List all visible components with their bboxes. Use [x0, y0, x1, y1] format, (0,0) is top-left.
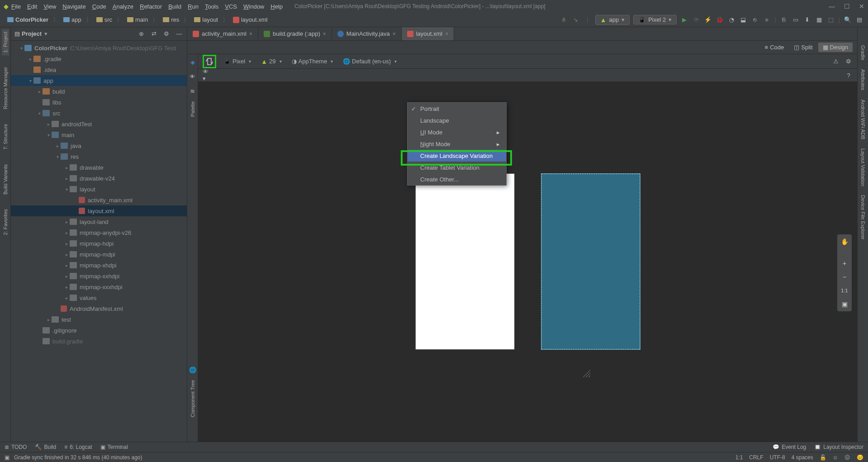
resource-manager-icon[interactable]: ▦ — [815, 16, 823, 24]
tree-node[interactable]: build.gradle — [11, 336, 187, 347]
indent[interactable]: 4 spaces — [792, 454, 813, 461]
close-tab-icon[interactable]: × — [445, 31, 448, 37]
settings-icon[interactable]: ⚙ — [162, 30, 171, 38]
expand-icon[interactable]: ▸ — [63, 176, 70, 181]
design-view-button[interactable]: ▦ Design — [818, 43, 853, 52]
menu-tools[interactable]: Tools — [202, 2, 221, 11]
menu-window[interactable]: Window — [241, 2, 267, 11]
expand-icon[interactable]: ▾ — [54, 154, 61, 159]
eye-icon[interactable]: 👁 ▾ — [203, 71, 211, 79]
tree-node[interactable]: AndroidManifest.xml — [11, 303, 187, 314]
breadcrumb-item[interactable]: layout.xml — [230, 15, 270, 24]
expand-icon[interactable]: ▸ — [63, 285, 70, 290]
tree-node[interactable]: ▸layout-land — [11, 216, 187, 227]
tree-node[interactable]: libs — [11, 97, 187, 108]
tree-node[interactable]: ▸test — [11, 314, 187, 325]
stop-icon[interactable]: ■ — [763, 16, 771, 24]
menu-run[interactable]: Run — [185, 2, 201, 11]
menu-item[interactable]: ✓Portrait — [408, 103, 506, 114]
palette-tab[interactable]: Palette — [190, 101, 195, 117]
menu-view[interactable]: View — [41, 2, 59, 11]
memory-icon[interactable]: ☺ — [833, 454, 838, 461]
tree-node[interactable]: ▾src — [11, 108, 187, 119]
tree-node[interactable]: activity_main.xml — [11, 195, 187, 205]
tree-node[interactable]: ▸java — [11, 140, 187, 151]
breadcrumb-item[interactable]: res — [160, 15, 182, 24]
warnings-icon[interactable]: ⚠ — [832, 57, 840, 66]
todo-tab[interactable]: ≣TODO — [5, 444, 27, 450]
expand-icon[interactable]: ▸ — [63, 263, 70, 268]
build-variants-tab[interactable]: Build Variants — [2, 162, 9, 197]
tree-node[interactable]: ▾layout — [11, 184, 187, 195]
locale-selector[interactable]: 🌐 Default (en-us) — [340, 57, 399, 66]
expand-icon[interactable]: ▸ — [27, 57, 33, 62]
ide-errors-icon[interactable]: ☹ — [844, 454, 850, 461]
editor-tab[interactable]: layout.xml× — [402, 27, 455, 40]
expand-icon[interactable]: ▸ — [63, 295, 70, 300]
breadcrumb-item[interactable]: src — [94, 15, 115, 24]
maximize-button[interactable]: ☐ — [844, 3, 850, 10]
editor-tab[interactable]: build.gradle (:app)× — [258, 27, 332, 40]
editor-tab[interactable]: MainActivity.java× — [332, 27, 402, 40]
terminal-tab[interactable]: ▣Terminal — [100, 444, 128, 450]
tree-node[interactable]: ▸drawable-v24 — [11, 173, 187, 184]
menu-build[interactable]: Build — [166, 2, 184, 11]
menu-item[interactable]: UI Mode▸ — [408, 126, 506, 138]
caret-position[interactable]: 1:1 — [735, 454, 743, 461]
zoom-out-button[interactable]: − — [839, 271, 850, 282]
pan-button[interactable]: ✋ — [839, 236, 850, 247]
layout-validation-tab[interactable]: Layout Validation — [860, 148, 866, 186]
gradle-tab[interactable]: Gradle — [860, 45, 866, 60]
logcat-tab[interactable]: ≡6: Logcat — [64, 444, 92, 450]
menu-vcs[interactable]: VCS — [222, 2, 240, 11]
design-preview[interactable] — [416, 174, 514, 349]
tree-node[interactable]: ▸mipmap-xxxhdpi — [11, 281, 187, 292]
attributes-tab[interactable]: Attributes — [860, 69, 866, 90]
tree-node[interactable]: layout.xml — [11, 205, 187, 216]
search-everywhere-icon[interactable]: 🔍 — [844, 16, 852, 24]
structure-tool-tab[interactable]: 7: Structure — [2, 121, 9, 152]
tool-windows-icon[interactable]: ▣ — [5, 454, 9, 461]
wifi-adb-icon[interactable]: ⋔ — [560, 16, 568, 24]
build-tab[interactable]: 🔨Build — [35, 444, 56, 450]
tree-node[interactable]: ▾app — [11, 75, 187, 86]
vcs-icon[interactable]: ⎘ — [780, 16, 788, 24]
tree-node[interactable]: ▸values — [11, 292, 187, 303]
orientation-button[interactable] — [203, 55, 216, 68]
hide-panel-icon[interactable]: — — [175, 30, 183, 38]
device-selector[interactable]: 📱 Pixel 2 ▾ — [633, 15, 677, 24]
design-canvas[interactable]: ✋ + − 1:1 ▣ — [198, 81, 857, 442]
zoom-reset-button[interactable]: ▣ — [839, 299, 850, 310]
event-log-tab[interactable]: 💬Event Log — [773, 444, 806, 450]
expand-icon[interactable]: ▸ — [63, 219, 70, 224]
expand-icon[interactable]: ▸ — [63, 252, 70, 257]
menu-item[interactable]: Create Landscape Variation — [408, 150, 506, 162]
code-view-button[interactable]: ≡ Code — [760, 43, 789, 52]
attach-debugger-icon[interactable]: ⎋ — [751, 16, 759, 24]
close-tab-icon[interactable]: × — [393, 31, 396, 37]
resource-manager-tab[interactable]: Resource Manager — [2, 64, 9, 112]
device-type-selector[interactable]: 📱 Pixel — [221, 57, 254, 66]
run-button[interactable]: ▶ — [680, 16, 688, 24]
tree-node[interactable]: ▸androidTest — [11, 119, 187, 129]
help-icon[interactable]: ? — [844, 71, 853, 79]
menu-help[interactable]: Help — [268, 2, 285, 11]
sidebar-toggle-icon[interactable]: ▤ — [855, 16, 863, 24]
coverage-icon[interactable]: ⬓ — [739, 16, 747, 24]
world-icon[interactable]: 🌐 — [189, 366, 197, 374]
sdk-manager-icon[interactable]: ⬇ — [803, 16, 811, 24]
apply-changes-icon[interactable]: ⟳ — [692, 16, 700, 24]
tree-node[interactable]: ▸mipmap-hdpi — [11, 238, 187, 249]
minimize-button[interactable]: — — [829, 3, 835, 10]
expand-icon[interactable]: ▸ — [63, 274, 70, 279]
project-tool-tab[interactable]: 1: Project — [2, 29, 9, 55]
tree-node[interactable]: ▾res — [11, 151, 187, 162]
project-tree[interactable]: ▾ ColorPicker C:\Users\Amiya Rout\Deskto… — [11, 41, 187, 442]
layers-icon[interactable]: ≋ — [189, 87, 197, 95]
notifications-icon[interactable]: 😐 — [857, 454, 863, 461]
expand-icon[interactable]: ▸ — [63, 241, 70, 246]
sync-icon[interactable]: ↘ — [572, 16, 580, 24]
theme-selector[interactable]: ◑ AppTheme — [289, 57, 336, 66]
component-tree-tab[interactable]: Component Tree — [190, 380, 195, 417]
tree-node[interactable]: ▸mipmap-mdpi — [11, 249, 187, 260]
